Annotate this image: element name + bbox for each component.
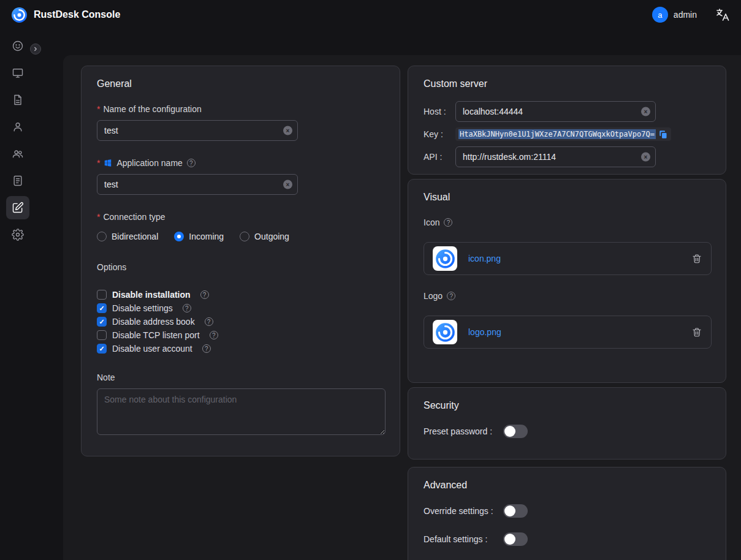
help-icon[interactable] [183,304,191,312]
help-icon[interactable] [205,317,213,326]
key-value: HtaXBkJNHyn0e1U1jWXze7A7CN7QTGWqxkOtpaVp… [458,129,656,139]
checkbox[interactable] [97,330,107,340]
icon-preview [433,246,457,271]
host-label: Host : [424,107,455,116]
security-title: Security [424,400,710,411]
config-name-input[interactable] [97,120,298,141]
help-icon[interactable] [210,331,218,339]
sidebar-item-logs[interactable] [6,169,29,192]
help-icon[interactable] [187,159,196,167]
radio-incoming[interactable]: Incoming [174,232,224,241]
override-settings-toggle[interactable] [503,504,528,518]
required-asterisk [97,158,100,168]
edit-icon [12,202,24,214]
clear-icon[interactable] [641,153,650,162]
radio-circle[interactable] [240,232,249,241]
toggle-knob [504,426,515,437]
app-title: RustDesk Console [34,9,120,20]
default-settings-toggle[interactable] [503,532,528,546]
radio-bidirectional[interactable]: Bidirectional [97,232,158,241]
icon-file-box: icon.png [424,242,712,275]
custom-server-title: Custom server [424,78,710,89]
sidebar-item-groups[interactable] [6,142,29,165]
clear-icon[interactable] [283,126,292,135]
key-field: HtaXBkJNHyn0e1U1jWXze7A7CN7QTGWqxkOtpaVp… [455,127,671,141]
toggle-knob [504,505,515,516]
app-header: RustDesk Console a admin [0,0,741,29]
brand: RustDesk Console [11,7,120,23]
connection-type-group: Bidirectional Incoming Outgoing [97,230,384,243]
checkbox[interactable] [97,344,107,354]
checkbox-disable-user-account[interactable]: Disable user account [97,342,384,355]
checkbox-disable-tcp-listen-port[interactable]: Disable TCP listen port [97,328,384,342]
language-switch-icon[interactable] [715,7,730,22]
toggle-knob [504,534,515,545]
checkbox-disable-address-book[interactable]: Disable address book [97,315,384,328]
sidebar-item-configurations[interactable] [6,196,29,219]
logo-file-box: logo.png [424,316,712,349]
clear-icon[interactable] [641,107,650,116]
api-field [455,146,656,167]
host-input[interactable] [455,101,656,122]
radio-outgoing[interactable]: Outgoing [240,232,289,241]
delete-icon[interactable] [691,253,702,264]
checkbox-disable-installation[interactable]: Disable installation [97,288,384,301]
help-icon[interactable] [447,292,455,300]
key-label: Key : [424,129,455,139]
copy-icon[interactable] [659,130,668,139]
avatar[interactable]: a [652,7,668,23]
radio-circle[interactable] [97,232,107,241]
sidebar-item-users[interactable] [6,115,29,138]
required-asterisk [97,212,100,222]
sidebar-item-settings[interactable] [6,223,29,246]
preset-password-row: Preset password : [424,425,710,438]
api-input[interactable] [455,146,656,167]
windows-icon [104,159,112,167]
connection-type-label: Connection type [97,212,384,222]
advanced-card: Advanced Override settings : Default set… [408,467,726,560]
document-icon [12,94,24,106]
help-icon[interactable] [200,290,209,299]
checkbox-disable-settings[interactable]: Disable settings [97,301,384,315]
delete-icon[interactable] [691,327,702,338]
host-field [455,101,656,122]
clear-icon[interactable] [283,180,292,189]
user-menu[interactable]: a admin [652,7,697,23]
note-textarea[interactable] [97,388,386,435]
api-row: API : [424,146,710,167]
main-content: General Name of the configuration Applic… [36,29,741,560]
note-label: Note [97,373,384,382]
host-row: Host : [424,101,710,122]
sidebar-item-devices[interactable] [6,61,29,85]
override-settings-row: Override settings : [424,504,710,518]
key-row: Key : HtaXBkJNHyn0e1U1jWXze7A7CN7QTGWqxk… [424,127,710,141]
options-label: Options [97,262,384,272]
radio-circle[interactable] [174,232,184,241]
preset-password-label: Preset password : [424,426,503,436]
visual-card: Visual Icon icon.png [408,179,726,383]
override-settings-label: Override settings : [424,506,503,516]
preset-password-toggle[interactable] [503,425,528,438]
monitor-icon [12,67,24,79]
logbook-icon [12,175,24,187]
sidebar-item-documents[interactable] [6,88,29,112]
rustdesk-logo-icon [11,7,28,23]
icon-filename-link[interactable]: icon.png [468,254,501,263]
options-list: Disable installation Disable settings Di… [97,288,384,355]
default-settings-row: Default settings : [424,532,710,546]
help-icon[interactable] [444,218,452,227]
sidebar [0,29,36,560]
sidebar-item-status[interactable] [6,34,29,58]
help-icon[interactable] [202,344,211,353]
sidebar-expand-button[interactable] [30,44,41,55]
content-panel: General Name of the configuration Applic… [63,55,741,560]
general-title: General [97,78,384,89]
checkbox[interactable] [97,303,107,313]
logo-filename-link[interactable]: logo.png [468,327,501,337]
checkbox[interactable] [97,317,107,327]
icon-label: Icon [424,218,710,227]
user-icon [12,121,24,133]
security-card: Security Preset password : [408,387,726,460]
app-name-input[interactable] [97,174,298,195]
checkbox[interactable] [97,290,107,300]
